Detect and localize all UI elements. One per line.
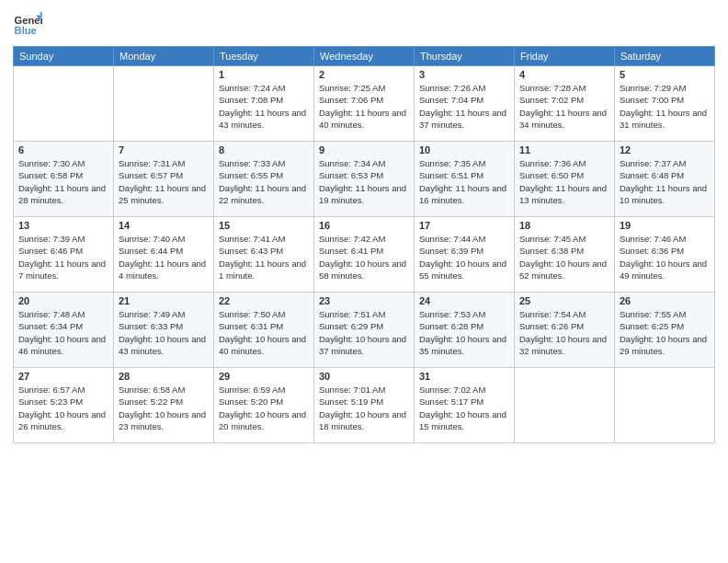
day-info: Sunrise: 7:53 AMSunset: 6:28 PMDaylight:…: [419, 308, 509, 357]
day-cell: 6 Sunrise: 7:30 AMSunset: 6:58 PMDayligh…: [14, 142, 114, 217]
header: General Blue: [13, 9, 715, 39]
day-info: Sunrise: 6:57 AMSunset: 5:23 PMDaylight:…: [18, 384, 108, 432]
day-number: 22: [219, 295, 309, 306]
calendar-table: SundayMondayTuesdayWednesdayThursdayFrid…: [13, 46, 715, 443]
day-number: 18: [519, 220, 609, 231]
day-info: Sunrise: 7:44 AMSunset: 6:39 PMDaylight:…: [419, 233, 509, 282]
day-cell: [14, 66, 114, 142]
day-number: 1: [219, 69, 309, 80]
day-info: Sunrise: 7:34 AMSunset: 6:53 PMDaylight:…: [319, 157, 409, 206]
day-cell: 25 Sunrise: 7:54 AMSunset: 6:26 PMDaylig…: [515, 293, 615, 368]
day-cell: 17 Sunrise: 7:44 AMSunset: 6:39 PMDaylig…: [415, 217, 515, 293]
day-cell: 26 Sunrise: 7:55 AMSunset: 6:25 PMDaylig…: [615, 293, 715, 368]
weekday-header-sunday: Sunday: [14, 47, 114, 66]
weekday-header-saturday: Saturday: [615, 47, 715, 66]
day-number: 24: [419, 295, 509, 306]
day-cell: 12 Sunrise: 7:37 AMSunset: 6:48 PMDaylig…: [615, 142, 715, 217]
week-row-1: 6 Sunrise: 7:30 AMSunset: 6:58 PMDayligh…: [14, 142, 715, 217]
day-cell: 28 Sunrise: 6:58 AMSunset: 5:22 PMDaylig…: [114, 368, 214, 443]
day-info: Sunrise: 7:29 AMSunset: 7:00 PMDaylight:…: [620, 82, 710, 131]
day-number: 27: [18, 371, 108, 382]
day-info: Sunrise: 7:51 AMSunset: 6:29 PMDaylight:…: [319, 308, 409, 357]
day-info: Sunrise: 7:41 AMSunset: 6:43 PMDaylight:…: [219, 233, 309, 282]
page: General Blue SundayMondayTuesdayWednesda…: [0, 0, 728, 563]
day-cell: 20 Sunrise: 7:48 AMSunset: 6:34 PMDaylig…: [14, 293, 114, 368]
day-info: Sunrise: 7:46 AMSunset: 6:36 PMDaylight:…: [620, 233, 710, 282]
day-number: 20: [18, 295, 108, 306]
weekday-header-monday: Monday: [114, 47, 214, 66]
day-number: 5: [620, 69, 710, 80]
day-cell: 9 Sunrise: 7:34 AMSunset: 6:53 PMDayligh…: [314, 142, 415, 217]
day-cell: [114, 66, 214, 142]
day-info: Sunrise: 7:30 AMSunset: 6:58 PMDaylight:…: [18, 157, 108, 206]
day-cell: 27 Sunrise: 6:57 AMSunset: 5:23 PMDaylig…: [14, 368, 114, 443]
svg-text:Blue: Blue: [15, 25, 37, 36]
day-cell: 15 Sunrise: 7:41 AMSunset: 6:43 PMDaylig…: [214, 217, 314, 293]
day-cell: 29 Sunrise: 6:59 AMSunset: 5:20 PMDaylig…: [214, 368, 314, 443]
weekday-header-row: SundayMondayTuesdayWednesdayThursdayFrid…: [14, 47, 715, 66]
day-number: 7: [119, 144, 209, 155]
day-info: Sunrise: 7:28 AMSunset: 7:02 PMDaylight:…: [519, 82, 609, 131]
day-number: 17: [419, 220, 509, 231]
day-number: 16: [319, 220, 409, 231]
day-info: Sunrise: 7:01 AMSunset: 5:19 PMDaylight:…: [319, 384, 409, 432]
day-cell: 22 Sunrise: 7:50 AMSunset: 6:31 PMDaylig…: [214, 293, 314, 368]
weekday-header-wednesday: Wednesday: [314, 47, 415, 66]
day-info: Sunrise: 7:54 AMSunset: 6:26 PMDaylight:…: [519, 308, 609, 357]
day-number: 23: [319, 295, 409, 306]
day-info: Sunrise: 7:26 AMSunset: 7:04 PMDaylight:…: [419, 82, 509, 131]
day-info: Sunrise: 7:40 AMSunset: 6:44 PMDaylight:…: [119, 233, 209, 282]
day-number: 29: [219, 371, 309, 382]
day-info: Sunrise: 7:45 AMSunset: 6:38 PMDaylight:…: [519, 233, 609, 282]
day-info: Sunrise: 6:59 AMSunset: 5:20 PMDaylight:…: [219, 384, 309, 432]
week-row-2: 13 Sunrise: 7:39 AMSunset: 6:46 PMDaylig…: [14, 217, 715, 293]
day-cell: 4 Sunrise: 7:28 AMSunset: 7:02 PMDayligh…: [515, 66, 615, 142]
day-number: 31: [419, 371, 509, 382]
day-cell: [615, 368, 715, 443]
day-number: 11: [519, 144, 609, 155]
day-cell: 10 Sunrise: 7:35 AMSunset: 6:51 PMDaylig…: [415, 142, 515, 217]
day-cell: 23 Sunrise: 7:51 AMSunset: 6:29 PMDaylig…: [314, 293, 415, 368]
day-number: 19: [620, 220, 710, 231]
day-info: Sunrise: 7:24 AMSunset: 7:08 PMDaylight:…: [219, 82, 309, 131]
day-cell: 31 Sunrise: 7:02 AMSunset: 5:17 PMDaylig…: [415, 368, 515, 443]
day-number: 4: [519, 69, 609, 80]
day-number: 21: [119, 295, 209, 306]
day-number: 6: [18, 144, 108, 155]
day-number: 9: [319, 144, 409, 155]
week-row-0: 1 Sunrise: 7:24 AMSunset: 7:08 PMDayligh…: [14, 66, 715, 142]
day-cell: 24 Sunrise: 7:53 AMSunset: 6:28 PMDaylig…: [415, 293, 515, 368]
day-info: Sunrise: 7:49 AMSunset: 6:33 PMDaylight:…: [119, 308, 209, 357]
day-info: Sunrise: 7:48 AMSunset: 6:34 PMDaylight:…: [18, 308, 108, 357]
day-number: 13: [18, 220, 108, 231]
weekday-header-tuesday: Tuesday: [214, 47, 314, 66]
weekday-header-friday: Friday: [515, 47, 615, 66]
day-cell: 13 Sunrise: 7:39 AMSunset: 6:46 PMDaylig…: [14, 217, 114, 293]
day-info: Sunrise: 7:42 AMSunset: 6:41 PMDaylight:…: [319, 233, 409, 282]
day-cell: [515, 368, 615, 443]
day-cell: 11 Sunrise: 7:36 AMSunset: 6:50 PMDaylig…: [515, 142, 615, 217]
week-row-3: 20 Sunrise: 7:48 AMSunset: 6:34 PMDaylig…: [14, 293, 715, 368]
day-info: Sunrise: 7:02 AMSunset: 5:17 PMDaylight:…: [419, 384, 509, 432]
day-cell: 5 Sunrise: 7:29 AMSunset: 7:00 PMDayligh…: [615, 66, 715, 142]
day-number: 28: [119, 371, 209, 382]
day-number: 10: [419, 144, 509, 155]
day-number: 26: [620, 295, 710, 306]
day-cell: 7 Sunrise: 7:31 AMSunset: 6:57 PMDayligh…: [114, 142, 214, 217]
day-cell: 2 Sunrise: 7:25 AMSunset: 7:06 PMDayligh…: [314, 66, 415, 142]
day-info: Sunrise: 7:50 AMSunset: 6:31 PMDaylight:…: [219, 308, 309, 357]
day-cell: 19 Sunrise: 7:46 AMSunset: 6:36 PMDaylig…: [615, 217, 715, 293]
day-info: Sunrise: 7:36 AMSunset: 6:50 PMDaylight:…: [519, 157, 609, 206]
day-number: 15: [219, 220, 309, 231]
day-cell: 18 Sunrise: 7:45 AMSunset: 6:38 PMDaylig…: [515, 217, 615, 293]
day-cell: 16 Sunrise: 7:42 AMSunset: 6:41 PMDaylig…: [314, 217, 415, 293]
day-number: 2: [319, 69, 409, 80]
day-info: Sunrise: 7:25 AMSunset: 7:06 PMDaylight:…: [319, 82, 409, 131]
day-cell: 3 Sunrise: 7:26 AMSunset: 7:04 PMDayligh…: [415, 66, 515, 142]
day-info: Sunrise: 7:37 AMSunset: 6:48 PMDaylight:…: [620, 157, 710, 206]
day-info: Sunrise: 7:35 AMSunset: 6:51 PMDaylight:…: [419, 157, 509, 206]
day-info: Sunrise: 6:58 AMSunset: 5:22 PMDaylight:…: [119, 384, 209, 432]
day-info: Sunrise: 7:55 AMSunset: 6:25 PMDaylight:…: [620, 308, 710, 357]
day-cell: 21 Sunrise: 7:49 AMSunset: 6:33 PMDaylig…: [114, 293, 214, 368]
day-info: Sunrise: 7:33 AMSunset: 6:55 PMDaylight:…: [219, 157, 309, 206]
